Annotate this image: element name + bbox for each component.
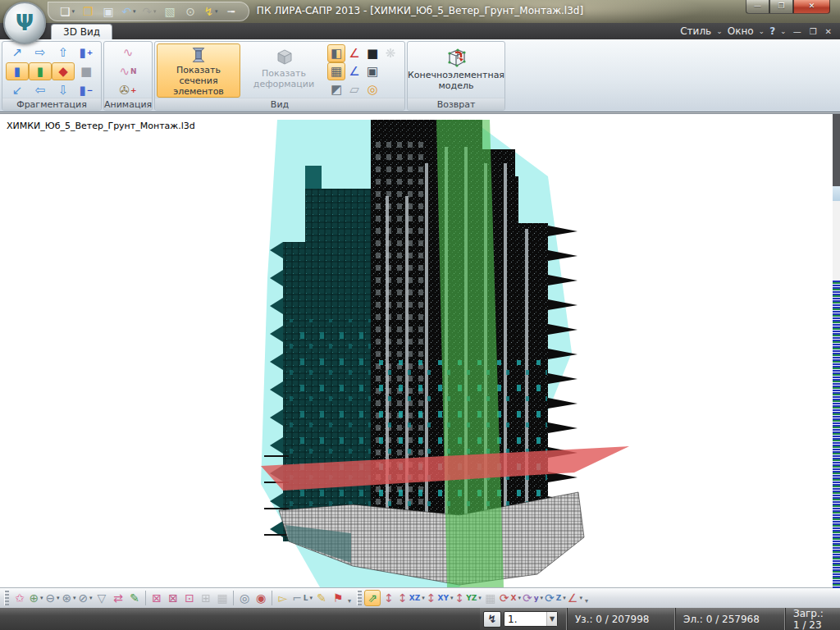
add-fragment-icon[interactable]: ▮+ [75, 43, 98, 62]
toolbar-separator [233, 591, 234, 605]
dimension-line-icon[interactable]: ⌐L▾ [291, 590, 313, 606]
fe-model-cube-icon [444, 47, 468, 68]
viewport-filename-label: ХИМКИ_Юб_5_Ветер_Грунт_Монтаж.l3d [7, 121, 195, 131]
status-bar: ↯ 1. ▼ Уз.: 0 / 207998 Эл.: 0 / 257968 З… [0, 608, 840, 630]
title-bar: ❏▾❐▣↶▾↷▾▧⊙↯▾╼ ПК ЛИРА-САПР 2013 - [ХИМКИ… [0, 0, 840, 23]
minimize-button[interactable]: — [746, 0, 769, 14]
projection-yz-icon[interactable]: ↕YZ▾ [454, 590, 482, 606]
toolbar-grip[interactable] [4, 591, 9, 605]
rotate-y-icon[interactable]: ⟳y▾ [522, 590, 544, 606]
magnifier-icon[interactable]: ◎ [236, 590, 253, 606]
target-icon[interactable]: ◎ [363, 80, 381, 98]
brush-icon[interactable]: ✎ [126, 590, 143, 606]
axes-red-icon[interactable]: ∠ [345, 44, 363, 62]
group-label: Возврат [408, 98, 504, 110]
projection-xy-icon[interactable]: ↕XY▾ [426, 590, 454, 606]
button-label: Показать деформации [243, 68, 325, 89]
shaded-cube-icon[interactable]: ◧ [327, 44, 345, 62]
ribbon-tab-row: 3D Вид Стиль ⌄ Окно ⌄ ? ⌄ — ❐ ✕ [0, 23, 840, 39]
app-logo[interactable]: Ψ [3, 2, 46, 44]
axes-view-icon[interactable]: ↕ [381, 590, 397, 606]
pan-circle-icon[interactable]: ⊛▾ [61, 590, 77, 606]
menu-window[interactable]: Окно [728, 25, 754, 37]
finite-element-model-button[interactable]: Конечноэлементная модель [410, 43, 502, 98]
restore-button[interactable]: ❐ [769, 0, 793, 14]
fragment-cube-icon[interactable]: ■ [75, 62, 98, 80]
close-button[interactable]: ✕ [793, 0, 830, 14]
animation-n-loop-icon[interactable]: ∿N [118, 62, 137, 81]
selection-toolbar: ✩⊕▾⊖▾⊛▾⊘▾▽⇄✎⊠⊠⊡⊞▦◎◉▻⌐L▾✎⚑ [11, 589, 346, 608]
mesh-cube-icon[interactable]: ▦ [327, 62, 345, 80]
animation-loop-icon[interactable]: ∿ [119, 43, 137, 62]
wireframe-web-icon[interactable]: ❋ [381, 44, 399, 62]
pencil-icon[interactable]: ✎ [313, 590, 330, 606]
background-window-strip [833, 114, 840, 588]
lira-emblem-icon: Ψ [16, 11, 34, 35]
select-grid-icon[interactable]: ⊞ [198, 590, 214, 606]
mdi-minimize-button[interactable]: — [792, 27, 803, 36]
fragment-y-plane-icon[interactable]: ▮ [29, 62, 52, 80]
cube-node-icon[interactable]: ◩ [327, 80, 345, 98]
fragment-z-plane-icon[interactable]: ◆ [52, 62, 75, 80]
menu-style[interactable]: Стиль [680, 25, 711, 37]
help-icon[interactable]: ? [769, 25, 775, 37]
tab-3d-view[interactable]: 3D Вид [51, 24, 112, 39]
combo-dropdown-icon[interactable]: ▼ [546, 612, 557, 626]
mdi-restore-button[interactable]: ❐ [808, 27, 819, 36]
axes-rgb-icon[interactable]: ∠ [345, 62, 363, 80]
plane-icon[interactable]: ▱ [345, 80, 363, 98]
chevron-down-icon[interactable]: ⌄ [759, 27, 765, 35]
status-empty-area [0, 608, 480, 630]
toolbar-overflow-icon[interactable]: ▾ [585, 597, 588, 605]
dark-cube-icon[interactable]: ■ [363, 44, 381, 62]
rotate-x-icon[interactable]: ⟳X▾ [499, 590, 522, 606]
model-3d[interactable] [0, 114, 840, 588]
show-sections-button[interactable]: Показать сечения элементов [157, 43, 240, 98]
toolbar-overflow-icon[interactable]: ▾ [348, 597, 351, 605]
isometric-view-icon[interactable]: ⇗ [364, 590, 381, 606]
chevron-down-icon[interactable]: ⌄ [716, 27, 723, 35]
zoom-in-circle-icon[interactable]: ⊕▾ [28, 590, 44, 606]
toolbar-grip[interactable] [357, 591, 362, 605]
rotate-free-icon[interactable]: ∠▾ [567, 590, 583, 606]
zoom-out-circle-icon[interactable]: ⊖▾ [44, 590, 61, 606]
show-deformations-button[interactable]: Показать деформации [242, 43, 326, 98]
fragment-down-left-icon[interactable]: ↙ [6, 81, 29, 99]
remove-fragment-icon[interactable]: ▮− [75, 81, 98, 99]
projection-toolbar: ⇗↕↕XZ▾↕XY▾↕YZ▾▦⟳X▾⟳y▾⟳Z▾∠▾ [364, 589, 583, 608]
group-view: Показать сечения элементов Показать дефо… [154, 41, 405, 111]
select-pen-circle-icon[interactable]: ⊘▾ [77, 590, 94, 606]
polygonal-select-icon[interactable]: ✩ [11, 590, 28, 606]
group-fragmentation: ↗⇨⇧▮+▮▮◆■↙⇦⇩▮− Фрагментация [2, 41, 102, 111]
toolbar-separator [145, 591, 146, 605]
flashlight-icon[interactable]: ▻ [275, 590, 291, 606]
fragment-left-icon[interactable]: ⇦ [29, 81, 52, 99]
fragment-x-plane-icon[interactable]: ▮ [6, 62, 29, 80]
filter-icon[interactable]: ▽ [94, 590, 110, 606]
chevron-down-icon[interactable]: ⌄ [780, 27, 787, 35]
loadcase-combobox[interactable]: 1. ▼ [504, 611, 558, 627]
select-3d-grid-icon[interactable]: ▦ [214, 590, 231, 606]
loadcase-icon[interactable]: ↯ [483, 611, 501, 628]
deselect-frame-icon[interactable]: ⊠ [165, 590, 181, 606]
fragment-up-icon[interactable]: ⇧ [52, 43, 75, 62]
scrollbar-thumb[interactable] [833, 186, 840, 201]
group-label: Фрагментация [2, 98, 101, 110]
toolbar-separator [272, 591, 272, 605]
rotate-z-icon[interactable]: ⟳Z▾ [544, 590, 567, 606]
invert-selection-icon[interactable]: ⇄ [110, 590, 126, 606]
loadcase-value: 1. [504, 614, 546, 625]
fragment-down-icon[interactable]: ⇩ [52, 81, 75, 99]
magnifier-off-icon[interactable]: ◉ [253, 590, 269, 606]
fragment-right-icon[interactable]: ⇨ [29, 43, 52, 62]
perspective-grid-icon[interactable]: ▦ [482, 590, 499, 606]
projection-xz-icon[interactable]: ↕XZ▾ [397, 590, 426, 606]
status-elements: Эл.: 0 / 257968 [674, 608, 784, 630]
select-frame-icon[interactable]: ⊠ [148, 590, 165, 606]
viewport-3d[interactable]: ХИМКИ_Юб_5_Ветер_Грунт_Монтаж.l3d [0, 113, 840, 587]
cube-camera-icon[interactable]: ▣ [363, 62, 381, 80]
rotate-frame-icon[interactable]: ⊡ [181, 590, 198, 606]
mdi-close-button[interactable]: ✕ [824, 27, 833, 36]
flag-icon[interactable]: ⚑ [330, 590, 346, 606]
fragment-up-right-icon[interactable]: ↗ [6, 43, 29, 62]
